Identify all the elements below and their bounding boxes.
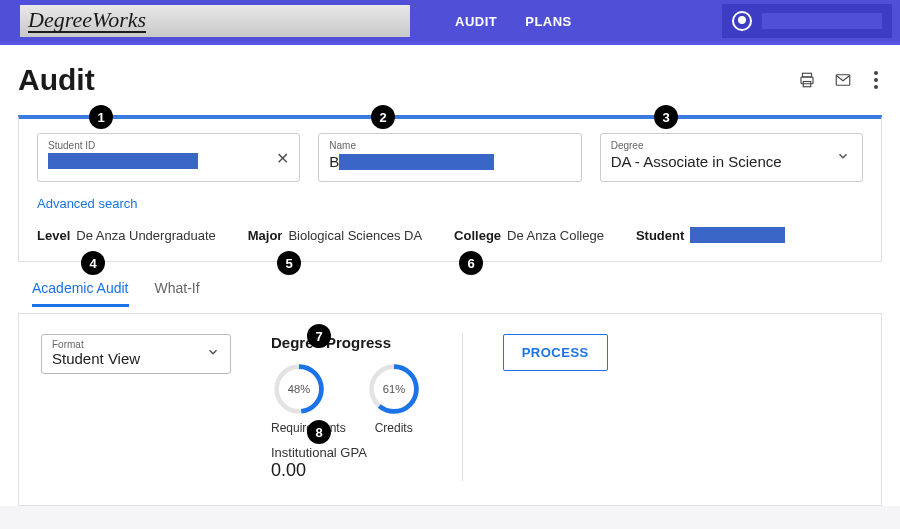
- page-title-row: Audit: [18, 63, 882, 97]
- tabs: Academic Audit What-If: [32, 280, 882, 307]
- name-label: Name: [329, 140, 570, 151]
- annotation-marker-2: 2: [371, 105, 395, 129]
- nav-plans[interactable]: PLANS: [525, 14, 572, 29]
- annotation-marker-6: 6: [459, 251, 483, 275]
- gpa-label: Institutional GPA: [271, 445, 422, 460]
- student-card: 1 2 3 Student ID ✕ Name B Degree DA - As…: [18, 115, 882, 262]
- nav-links: AUDIT PLANS: [455, 14, 572, 29]
- print-icon[interactable]: [798, 71, 816, 89]
- info-college: College De Anza College: [454, 228, 604, 243]
- college-label: College: [454, 228, 501, 243]
- user-area[interactable]: [722, 4, 892, 38]
- major-value: Biological Sciences DA: [288, 228, 422, 243]
- degree-label: Degree: [611, 140, 852, 151]
- ring-credits: 61% Credits: [366, 361, 422, 435]
- svg-rect-3: [836, 75, 850, 86]
- logo-text: DegreeWorks: [28, 9, 146, 33]
- ring-credits-svg: 61%: [366, 361, 422, 417]
- top-bar: DegreeWorks AUDIT PLANS: [0, 0, 900, 42]
- info-major: Major Biological Sciences DA: [248, 228, 422, 243]
- annotation-marker-4: 4: [81, 251, 105, 275]
- user-icon: [732, 11, 752, 31]
- level-label: Level: [37, 228, 70, 243]
- annotation-marker-3: 3: [654, 105, 678, 129]
- annotation-marker-8: 8: [307, 420, 331, 444]
- degree-field[interactable]: Degree DA - Associate in Science: [600, 133, 863, 182]
- format-col: Format Student View: [41, 334, 231, 481]
- college-value: De Anza College: [507, 228, 604, 243]
- user-name-redacted: [762, 13, 882, 29]
- format-value: Student View: [52, 350, 220, 367]
- level-value: De Anza Undergraduate: [76, 228, 215, 243]
- info-student: Student: [636, 227, 785, 243]
- page-actions: [798, 67, 882, 93]
- ring-credits-label: Credits: [366, 421, 422, 435]
- degree-progress: Degree Progress 48% Requirements 61%: [271, 334, 422, 481]
- student-id-field[interactable]: Student ID ✕: [37, 133, 300, 182]
- advanced-search-link[interactable]: Advanced search: [37, 196, 137, 211]
- chevron-down-icon[interactable]: [836, 149, 850, 167]
- nav-audit[interactable]: AUDIT: [455, 14, 497, 29]
- tab-what-if[interactable]: What-If: [155, 280, 200, 307]
- svg-text:61%: 61%: [383, 383, 405, 395]
- info-row: Level De Anza Undergraduate Major Biolog…: [37, 227, 863, 243]
- svg-text:48%: 48%: [288, 383, 310, 395]
- student-value-redacted: [690, 227, 785, 243]
- annotation-marker-7: 7: [307, 324, 331, 348]
- annotation-marker-5: 5: [277, 251, 301, 275]
- page: Audit 1 2 3 Student ID ✕ Name B: [0, 45, 900, 506]
- gpa-value: 0.00: [271, 460, 422, 481]
- content-card: 7 8 Format Student View Degree Progress …: [18, 313, 882, 506]
- name-prefix: B: [329, 153, 339, 170]
- major-label: Major: [248, 228, 283, 243]
- chevron-down-icon[interactable]: [206, 345, 220, 363]
- field-row: Student ID ✕ Name B Degree DA - Associat…: [37, 133, 863, 182]
- vertical-divider: [462, 334, 463, 481]
- student-id-value-redacted: [48, 153, 198, 169]
- ring-requirements-svg: 48%: [271, 361, 327, 417]
- logo-area: DegreeWorks: [20, 5, 410, 37]
- format-select[interactable]: Format Student View: [41, 334, 231, 374]
- info-level: Level De Anza Undergraduate: [37, 228, 216, 243]
- degree-value: DA - Associate in Science: [611, 153, 782, 170]
- tab-academic-audit[interactable]: Academic Audit: [32, 280, 129, 307]
- annotation-marker-1: 1: [89, 105, 113, 129]
- mail-icon[interactable]: [834, 71, 852, 89]
- student-label: Student: [636, 228, 684, 243]
- process-button[interactable]: PROCESS: [503, 334, 608, 371]
- clear-icon[interactable]: ✕: [276, 148, 289, 167]
- degree-progress-title: Degree Progress: [271, 334, 422, 351]
- progress-rings: 48% Requirements 61% Credits: [271, 361, 422, 435]
- page-title: Audit: [18, 63, 95, 97]
- student-id-label: Student ID: [48, 140, 289, 151]
- format-label: Format: [52, 339, 220, 350]
- name-value-redacted: [339, 154, 494, 170]
- more-options-icon[interactable]: [870, 67, 882, 93]
- process-col: PROCESS: [503, 334, 608, 481]
- name-field[interactable]: Name B: [318, 133, 581, 182]
